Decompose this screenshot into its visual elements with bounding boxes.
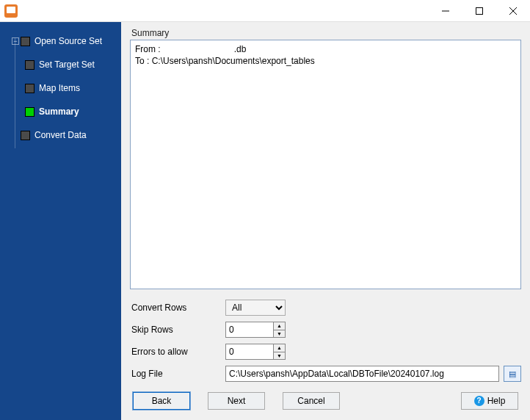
sidebar-item-label: Summary <box>39 106 79 117</box>
button-label: Help <box>487 396 506 406</box>
section-title: Summary <box>130 28 521 38</box>
close-button[interactable] <box>496 0 530 22</box>
document-icon: ▤ <box>509 369 516 379</box>
svg-rect-1 <box>476 7 483 14</box>
summary-text-box[interactable]: From : .db To : C:\Users\pansh\Documents… <box>130 40 521 289</box>
button-label: Next <box>228 396 246 406</box>
sidebar-item-label: Open Source Set <box>35 36 102 46</box>
sidebar-item-summary[interactable]: Summary <box>4 100 121 123</box>
sidebar-item-label: Set Target Set <box>39 59 95 70</box>
next-button[interactable]: Next <box>208 392 265 410</box>
sidebar-item-convert-data[interactable]: − Convert Data <box>4 123 121 147</box>
app-icon <box>4 4 18 18</box>
step-marker-icon <box>25 84 35 93</box>
logfile-label: Log File <box>130 369 225 379</box>
step-marker-icon <box>21 37 30 46</box>
logfile-input[interactable] <box>225 366 499 382</box>
cancel-button[interactable]: Cancel <box>283 392 340 410</box>
sidebar-item-label: Convert Data <box>35 130 87 140</box>
convert-rows-select[interactable]: All <box>225 300 286 316</box>
sidebar-item-set-target-set[interactable]: Set Target Set <box>4 53 121 76</box>
convert-rows-label: Convert Rows <box>130 303 225 313</box>
button-label: Back <box>152 396 172 406</box>
spin-down-icon[interactable]: ▼ <box>274 330 285 338</box>
help-button[interactable]: ? Help <box>461 392 518 410</box>
tree-expander-icon[interactable]: − <box>12 37 19 45</box>
help-icon: ? <box>474 396 484 406</box>
maximize-button[interactable] <box>462 0 496 22</box>
errors-input[interactable] <box>226 344 273 359</box>
skip-rows-spinner[interactable]: ▲ ▼ <box>225 322 286 338</box>
skip-rows-label: Skip Rows <box>130 325 225 335</box>
skip-rows-input[interactable] <box>226 322 273 337</box>
spin-up-icon[interactable]: ▲ <box>274 344 285 352</box>
minimize-button[interactable] <box>429 0 462 22</box>
sidebar-item-map-items[interactable]: Map Items <box>4 76 121 100</box>
step-marker-icon <box>25 60 35 70</box>
sidebar-item-label: Map Items <box>39 83 80 93</box>
titlebar <box>0 0 530 22</box>
errors-spinner[interactable]: ▲ ▼ <box>225 344 286 360</box>
wizard-button-bar: Back Next Cancel ? Help <box>130 385 521 414</box>
close-icon <box>509 7 517 15</box>
browse-logfile-button[interactable]: ▤ <box>504 366 521 382</box>
maximize-icon <box>476 7 483 15</box>
step-marker-icon <box>21 131 30 140</box>
spin-down-icon[interactable]: ▼ <box>274 352 285 360</box>
sidebar-item-open-source-set[interactable]: − Open Source Set <box>4 29 121 53</box>
back-button[interactable]: Back <box>133 392 190 410</box>
errors-label: Errors to allow <box>130 347 225 357</box>
main-panel: Summary From : .db To : C:\Users\pansh\D… <box>121 22 530 420</box>
wizard-steps-sidebar: − Open Source Set Set Target Set Map Ite… <box>0 22 121 420</box>
minimize-icon <box>442 7 449 15</box>
step-marker-icon <box>25 107 35 117</box>
spin-up-icon[interactable]: ▲ <box>274 322 285 330</box>
button-label: Cancel <box>297 396 324 406</box>
